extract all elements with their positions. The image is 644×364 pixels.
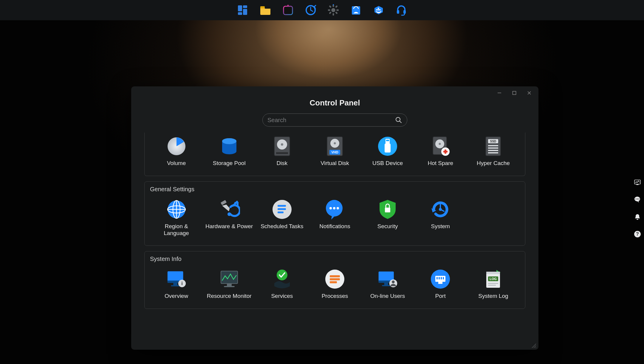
system-log-icon: LOG xyxy=(482,268,504,290)
help-widget-icon[interactable]: ? xyxy=(633,230,642,238)
services-icon xyxy=(271,268,293,290)
svg-rect-87 xyxy=(173,283,177,285)
group-general-settings: General Settings Region & Language Hardw… xyxy=(144,181,525,246)
svg-rect-109 xyxy=(439,277,440,279)
item-services[interactable]: Services xyxy=(256,265,308,303)
svg-point-39 xyxy=(222,138,236,144)
svg-rect-71 xyxy=(220,200,227,205)
svg-point-78 xyxy=(329,207,332,209)
item-hyper-cache[interactable]: SSD Hyper Cache xyxy=(467,133,520,170)
dashboard-widget-icon[interactable] xyxy=(633,178,642,186)
svg-rect-74 xyxy=(278,205,286,207)
svg-point-80 xyxy=(337,207,339,209)
overview-icon: i xyxy=(166,268,187,290)
search-box[interactable] xyxy=(262,113,407,127)
svg-rect-111 xyxy=(443,277,444,279)
item-scheduled-tasks[interactable]: Scheduled Tasks xyxy=(256,196,308,240)
svg-rect-116 xyxy=(488,283,498,284)
svg-rect-43 xyxy=(276,152,288,154)
item-label: Processes xyxy=(322,293,348,300)
store-app-icon[interactable] xyxy=(350,4,362,16)
item-notifications[interactable]: Notifications xyxy=(308,196,361,240)
window-titlebar xyxy=(131,86,538,99)
app-launcher-icon[interactable] xyxy=(237,4,249,16)
clock-app-icon[interactable] xyxy=(305,4,317,16)
item-volume[interactable]: Volume xyxy=(150,133,203,170)
svg-rect-52 xyxy=(385,144,391,153)
item-label: System xyxy=(431,223,450,230)
item-virtual-disk[interactable]: VHD Virtual Disk xyxy=(308,133,361,170)
svg-rect-11 xyxy=(328,10,330,11)
item-region-language[interactable]: Region & Language xyxy=(150,196,203,240)
svg-point-8 xyxy=(331,8,335,12)
notifications-icon xyxy=(324,199,346,220)
item-system[interactable]: System xyxy=(414,196,467,240)
media-app-icon[interactable] xyxy=(282,4,294,16)
item-processes[interactable]: Processes xyxy=(308,265,361,303)
svg-rect-12 xyxy=(336,10,339,11)
item-label: Region & Language xyxy=(152,223,201,237)
svg-rect-33 xyxy=(513,91,516,95)
window-title: Control Panel xyxy=(131,98,538,108)
svg-rect-21 xyxy=(379,9,380,10)
file-manager-icon[interactable] xyxy=(259,4,271,16)
svg-text:SSD: SSD xyxy=(490,140,496,143)
item-disk[interactable]: Disk xyxy=(256,133,308,170)
svg-rect-15 xyxy=(335,5,338,8)
svg-rect-88 xyxy=(171,285,179,287)
svg-rect-24 xyxy=(403,10,406,14)
resource-monitor-icon xyxy=(219,268,240,290)
svg-text:LOG: LOG xyxy=(490,277,497,281)
minimize-button[interactable] xyxy=(497,90,502,96)
svg-rect-20 xyxy=(378,9,379,10)
group-system-info: System Info i Overview Resource Monitor xyxy=(144,251,525,309)
svg-line-84 xyxy=(440,209,444,211)
notifications-widget-icon[interactable] xyxy=(633,213,642,221)
item-security[interactable]: Security xyxy=(361,196,414,240)
svg-rect-3 xyxy=(238,12,242,15)
item-online-users[interactable]: On-line Users xyxy=(361,265,414,303)
item-hot-spare[interactable]: Hot Spare xyxy=(414,133,467,170)
svg-point-17 xyxy=(333,4,334,5)
online-users-icon xyxy=(377,268,398,290)
item-overview[interactable]: i Overview xyxy=(150,265,203,303)
port-icon xyxy=(430,268,451,290)
svg-point-28 xyxy=(637,199,638,200)
item-system-log[interactable]: LOG System Log xyxy=(467,265,520,303)
item-storage-pool[interactable]: Storage Pool xyxy=(203,133,256,170)
settings-app-icon[interactable] xyxy=(327,4,339,16)
item-label: Virtual Disk xyxy=(321,160,349,167)
svg-text:?: ? xyxy=(636,231,639,237)
chat-widget-icon[interactable] xyxy=(633,195,642,204)
item-label: Services xyxy=(271,293,293,300)
svg-rect-26 xyxy=(636,184,639,185)
svg-rect-113 xyxy=(486,272,500,274)
item-resource-monitor[interactable]: Resource Monitor xyxy=(203,265,256,303)
svg-rect-108 xyxy=(436,277,438,279)
search-icon xyxy=(395,116,402,124)
item-port[interactable]: Port xyxy=(414,265,467,303)
svg-rect-101 xyxy=(384,283,388,285)
resize-grip[interactable] xyxy=(530,342,537,349)
svg-rect-65 xyxy=(488,152,498,153)
svg-rect-63 xyxy=(488,147,498,149)
item-label: Volume xyxy=(167,160,186,167)
svg-point-38 xyxy=(222,148,236,154)
svg-rect-75 xyxy=(278,208,286,210)
maximize-button[interactable] xyxy=(512,90,517,96)
item-hardware-power[interactable]: Hardware & Power xyxy=(203,196,256,240)
docker-app-icon[interactable] xyxy=(373,4,385,16)
close-button[interactable] xyxy=(527,90,532,96)
svg-rect-50 xyxy=(386,139,390,144)
control-panel-window: Control Panel Volume Storage P xyxy=(131,86,538,350)
support-app-icon[interactable] xyxy=(395,4,407,16)
item-usb-device[interactable]: USB Device xyxy=(361,133,414,170)
search-input[interactable] xyxy=(267,117,395,124)
svg-point-79 xyxy=(333,207,335,209)
svg-point-104 xyxy=(392,281,394,283)
item-label: Security xyxy=(377,223,398,230)
security-icon xyxy=(377,199,398,220)
item-label: Hyper Cache xyxy=(477,160,510,167)
svg-rect-62 xyxy=(488,145,498,146)
item-label: Overview xyxy=(165,293,188,300)
